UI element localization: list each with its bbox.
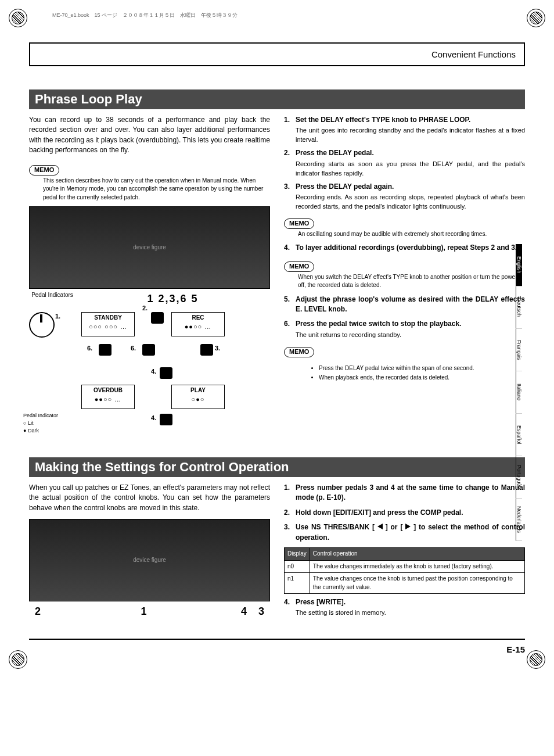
table-cell: The value changes immediately as the kno… <box>310 560 524 573</box>
table-row: n1 The value changes once the knob is tu… <box>285 573 525 594</box>
arrow-left-icon <box>377 524 383 529</box>
arrow-right-icon <box>405 524 411 529</box>
s2-step-3: 3.Use NS THRES/BANK [ ] or [ ] to select… <box>284 522 525 544</box>
state-overdub: OVERDUB ●●○○ … <box>81 385 135 409</box>
legend-lit: Lit <box>28 420 34 426</box>
state-rec: REC ●●○○ … <box>171 312 225 336</box>
state-label: OVERDUB <box>93 387 123 393</box>
step-2: 2.Press the DELAY pedal.Recording starts… <box>284 148 525 178</box>
table-cell: The value changes once the knob is turne… <box>310 573 524 594</box>
fig2-num-3: 3 <box>247 604 264 619</box>
language-tabs: English Deutsch Français Italiano Españo… <box>516 244 542 541</box>
memo-text: When you switch the DELAY effect's TYPE … <box>298 273 525 290</box>
table-cell: n0 <box>285 560 310 573</box>
state-label: STANDBY <box>94 314 122 321</box>
step-title: Press [WRITE]. <box>296 597 525 607</box>
section1-intro: You can record up to 38 seconds of a per… <box>29 115 270 156</box>
control-operation-table: Display Control operation n0 The value c… <box>284 547 525 594</box>
step-desc: The unit goes into recording standby and… <box>296 126 525 145</box>
fig2-numbers: 2 1 4 3 <box>29 604 270 619</box>
table-head-operation: Control operation <box>310 548 524 561</box>
section-title-phrase-loop: Phrase Loop Play <box>29 89 525 109</box>
table-row: n0 The value changes immediately as the … <box>285 560 525 573</box>
state-diagram: 1. STANDBY ○○○ ○○○ … 2. REC ●●○○ … 6. 6.… <box>29 312 270 440</box>
step-title: Use NS THRES/BANK [ ] or [ ] to select t… <box>296 522 525 543</box>
s2-step-1: 1.Press number pedals 3 and 4 at the sam… <box>284 483 525 504</box>
fig2-num-1: 1 <box>58 604 229 619</box>
memo-badge: MEMO <box>284 347 314 357</box>
step-title: Hold down [EDIT/EXIT] and press the COMP… <box>296 508 525 518</box>
s2-step-4: 4.Press [WRITE].The setting is stored in… <box>284 597 525 618</box>
lang-tab-english[interactable]: English <box>516 244 522 286</box>
state-label: PLAY <box>190 387 206 393</box>
diagram-step-4b: 4. <box>151 414 156 423</box>
print-meta-line: ME-70_e1.book 15 ページ ２００８年１１月５日 水曜日 午後５時… <box>52 12 525 19</box>
step-5: 5.Adjust the phrase loop's volume as des… <box>284 295 525 316</box>
memo-bullet: When playback ends, the recorded data is… <box>319 374 525 382</box>
step-desc: The setting is stored in memory. <box>296 608 525 618</box>
memo-badge: MEMO <box>284 218 314 229</box>
pedal-press-icon <box>151 312 164 324</box>
step-6: 6.Press the pedal twice switch to stop t… <box>284 319 525 339</box>
lang-tab-francais[interactable]: Français <box>516 329 522 371</box>
table-cell: n1 <box>285 573 310 594</box>
step-3: 3.Press the DELAY pedal again.Recording … <box>284 182 525 212</box>
memo-badge: MEMO <box>284 261 314 272</box>
fig-label-pedal-indicators: Pedal Indicators <box>29 291 75 306</box>
state-label: REC <box>192 314 204 321</box>
type-knob-icon <box>29 312 55 338</box>
state-play: PLAY ○●○ <box>171 385 225 409</box>
step-title: Adjust the phrase loop's volume as desir… <box>296 295 525 315</box>
diagram-step-2: 2. <box>142 304 148 313</box>
legend-dark: Dark <box>28 428 39 433</box>
lang-tab-espanol[interactable]: Español <box>516 414 522 456</box>
lang-tab-nederlands[interactable]: Nederlands <box>516 499 522 541</box>
section-title-control-operation: Making the Settings for Control Operatio… <box>29 457 525 477</box>
memo-text: An oscillating sound may be audible with… <box>298 230 525 239</box>
step-title: Press the pedal twice switch to stop the… <box>296 319 525 329</box>
legend: Pedal Indicator ○ Lit ● Dark <box>23 412 60 434</box>
pedal-press-icon <box>160 414 172 425</box>
step-title: Press the DELAY pedal again. <box>296 182 525 192</box>
pedal-press-icon <box>142 344 155 356</box>
step-title: To layer additional recordings (overdubb… <box>296 243 525 253</box>
diagram-step-3: 3. <box>215 344 220 353</box>
step-4: 4.To layer additional recordings (overdu… <box>284 243 525 254</box>
fig-step-numbers: 1 2,3,6 5 <box>75 291 270 306</box>
memo-bullet: Press the DELAY pedal twice within the s… <box>319 364 525 373</box>
pedal-press-icon <box>200 344 213 356</box>
s2-step-2: 2.Hold down [EDIT/EXIT] and press the CO… <box>284 508 525 519</box>
pedal-press-icon <box>99 344 111 356</box>
step-1: 1.Set the DELAY effect's TYPE knob to PH… <box>284 115 525 145</box>
lang-tab-deutsch[interactable]: Deutsch <box>516 286 522 329</box>
fig2-num-2: 2 <box>35 604 58 619</box>
step-desc: The unit returns to recording standby. <box>296 331 525 340</box>
diagram-step-6b: 6. <box>131 344 136 353</box>
page-header: Convenient Functions <box>29 42 525 66</box>
step-title: Press the DELAY pedal. <box>296 148 525 158</box>
diagram-step-6: 6. <box>87 344 92 353</box>
page-number: E-15 <box>29 639 525 654</box>
memo-bullets: Press the DELAY pedal twice within the s… <box>296 364 525 382</box>
memo-badge: MEMO <box>29 165 59 175</box>
section2-intro: When you call up patches or EZ Tones, an… <box>29 483 270 513</box>
lang-tab-portugues[interactable]: Português <box>516 456 522 499</box>
pedal-press-icon <box>160 367 172 379</box>
state-standby: STANDBY ○○○ ○○○ … <box>81 312 135 336</box>
device-figure-2: device figure <box>29 519 270 601</box>
diagram-step-1: 1. <box>55 312 60 321</box>
step-title: Press number pedals 3 and 4 at the same … <box>296 483 525 503</box>
memo-text: This section describes how to carry out … <box>43 177 270 202</box>
lang-tab-italiano[interactable]: Italiano <box>516 371 522 414</box>
diagram-step-4: 4. <box>151 367 156 377</box>
step-title: Set the DELAY effect's TYPE knob to PHRA… <box>296 115 525 125</box>
table-head-display: Display <box>285 548 310 561</box>
device-figure: device figure <box>29 206 270 289</box>
legend-title: Pedal Indicator <box>23 412 60 420</box>
step-desc: Recording ends. As soon as recording sto… <box>296 193 525 212</box>
fig2-num-4: 4 <box>229 604 247 619</box>
step-desc: Recording starts as soon as you press th… <box>296 160 525 178</box>
